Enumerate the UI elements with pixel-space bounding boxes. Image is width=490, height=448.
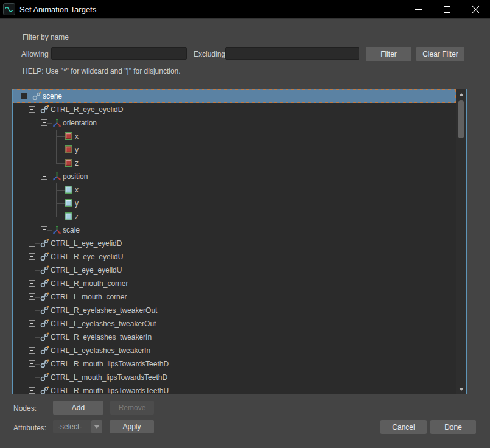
- expand-expander-icon[interactable]: [29, 320, 35, 327]
- nodes-label: Nodes:: [13, 404, 37, 413]
- tree-row[interactable]: CTRL_L_eyelashes_tweakerIn: [13, 344, 456, 357]
- tree-connector-line: [44, 130, 44, 143]
- tree-node-label: x: [75, 183, 79, 197]
- tree-connector-line: [56, 156, 57, 163]
- joint-icon: [40, 386, 49, 394]
- tree-connector-line: [32, 197, 32, 210]
- tree-connector-line: [32, 116, 32, 130]
- expand-expander-icon[interactable]: [29, 307, 35, 313]
- tree-row[interactable]: CTRL_L_eyelashes_tweakerOut: [13, 317, 456, 331]
- tree-node-label: z: [75, 210, 79, 223]
- tree-row[interactable]: CTRL_L_eye_eyelidD: [13, 237, 456, 250]
- allowing-input[interactable]: [51, 47, 187, 60]
- tree-connector-line: [44, 197, 44, 210]
- tree-row[interactable]: scene: [13, 89, 456, 103]
- tree-connector-line: [56, 210, 57, 217]
- cancel-button[interactable]: Cancel: [380, 420, 427, 434]
- arrow-up-icon: [459, 93, 464, 96]
- expand-expander-icon[interactable]: [29, 347, 35, 354]
- tree-row[interactable]: CTRL_R_eyelashes_tweakerIn: [13, 331, 456, 344]
- joint-icon: [40, 252, 49, 261]
- tree-node-label: CTRL_R_mouth_corner: [51, 277, 128, 290]
- scrollbar-thumb[interactable]: [458, 100, 464, 138]
- expand-expander-icon[interactable]: [41, 226, 47, 233]
- tree-row[interactable]: scale: [13, 223, 456, 237]
- axis-icon: [52, 225, 61, 234]
- tree-row[interactable]: x: [13, 183, 456, 197]
- attr-position-icon: [65, 185, 74, 194]
- tree-connector-line: [32, 130, 32, 143]
- joint-icon: [40, 319, 49, 328]
- tree-connector-line: [56, 143, 57, 150]
- tree-node-label: CTRL_L_mouth_lipsTowardsTeethD: [51, 371, 167, 384]
- expand-expander-icon[interactable]: [29, 280, 35, 287]
- tree-node-label: CTRL_R_mouth_lipsTowardsTeethD: [51, 357, 169, 371]
- tree-connector-line: [44, 156, 44, 170]
- collapse-expander-icon[interactable]: [29, 106, 35, 113]
- vertical-scrollbar[interactable]: [456, 89, 466, 394]
- expand-expander-icon[interactable]: [29, 267, 35, 273]
- expand-expander-icon[interactable]: [29, 253, 35, 260]
- tree-row[interactable]: CTRL_L_mouth_lipsTowardsTeethD: [13, 371, 456, 384]
- add-nodes-button[interactable]: Add: [53, 401, 103, 415]
- joint-icon: [40, 265, 49, 275]
- tree-connector-line: [44, 183, 44, 197]
- tree-row[interactable]: CTRL_R_mouth_lipsTowardsTeethU: [13, 384, 456, 394]
- joint-icon: [40, 239, 49, 248]
- expand-expander-icon[interactable]: [29, 374, 35, 380]
- tree-connector-line: [56, 190, 57, 197]
- attributes-select[interactable]: -select-: [53, 420, 91, 433]
- expand-expander-icon[interactable]: [29, 240, 35, 247]
- collapse-expander-icon[interactable]: [41, 173, 47, 180]
- done-button[interactable]: Done: [430, 420, 476, 434]
- apply-attributes-button[interactable]: Apply: [110, 420, 154, 433]
- tree-row[interactable]: orientation: [13, 116, 456, 130]
- tree-row[interactable]: y: [13, 197, 456, 210]
- expand-expander-icon[interactable]: [29, 387, 35, 394]
- tree-row[interactable]: CTRL_R_eyelashes_tweakerOut: [13, 304, 456, 317]
- tree-node-label: CTRL_L_eyelashes_tweakerIn: [51, 344, 150, 357]
- tree-connector-line: [32, 143, 32, 156]
- tree-node-label: scale: [63, 223, 80, 237]
- attr-orientation-icon: [65, 131, 74, 141]
- joint-icon: [32, 91, 41, 100]
- tree-node-label: CTRL_R_eye_eyelidD: [51, 103, 123, 116]
- tree-row[interactable]: z: [13, 156, 456, 170]
- tree-row[interactable]: CTRL_L_mouth_corner: [13, 290, 456, 304]
- tree-node-label: y: [75, 197, 79, 210]
- tree-connector-line: [32, 170, 32, 183]
- collapse-expander-icon[interactable]: [41, 119, 47, 126]
- tree-node-label: CTRL_L_eye_eyelidD: [51, 237, 122, 250]
- tree-row[interactable]: CTRL_R_eye_eyelidU: [13, 250, 456, 264]
- tree-row[interactable]: CTRL_R_eye_eyelidD: [13, 103, 456, 116]
- tree-row[interactable]: CTRL_L_eye_eyelidU: [13, 264, 456, 277]
- attributes-label: Attributes:: [13, 424, 46, 432]
- clear-filter-button[interactable]: Clear Filter: [416, 47, 464, 61]
- tree-row[interactable]: CTRL_R_mouth_corner: [13, 277, 456, 290]
- tree-row[interactable]: position: [13, 170, 456, 183]
- minimize-button[interactable]: [404, 0, 433, 19]
- tree-row[interactable]: x: [13, 130, 456, 143]
- scroll-up-button[interactable]: [456, 89, 466, 99]
- tree-row[interactable]: CTRL_R_mouth_lipsTowardsTeethD: [13, 357, 456, 371]
- tree-connector-line: [56, 203, 57, 210]
- set-animation-targets-dialog: Set Animation Targets Filter by name All…: [0, 0, 490, 448]
- joint-icon: [40, 373, 49, 382]
- attributes-select-arrow-button[interactable]: [91, 420, 102, 433]
- expand-expander-icon[interactable]: [29, 334, 35, 340]
- remove-nodes-button[interactable]: Remove: [110, 401, 154, 415]
- tree-row[interactable]: y: [13, 143, 456, 156]
- expand-expander-icon[interactable]: [29, 293, 35, 300]
- collapse-expander-icon[interactable]: [21, 93, 27, 99]
- maximize-icon: [444, 6, 450, 13]
- close-button[interactable]: [461, 0, 490, 19]
- tree-row[interactable]: z: [13, 210, 456, 223]
- tree-connector-line: [32, 210, 32, 223]
- tree-node-label: scene: [43, 89, 62, 103]
- filter-button[interactable]: Filter: [366, 47, 411, 61]
- maximize-button[interactable]: [433, 0, 461, 19]
- scroll-down-button[interactable]: [456, 384, 466, 394]
- expand-expander-icon[interactable]: [29, 360, 35, 367]
- tree-node-label: CTRL_R_eyelashes_tweakerOut: [51, 304, 157, 317]
- excluding-input[interactable]: [225, 47, 359, 60]
